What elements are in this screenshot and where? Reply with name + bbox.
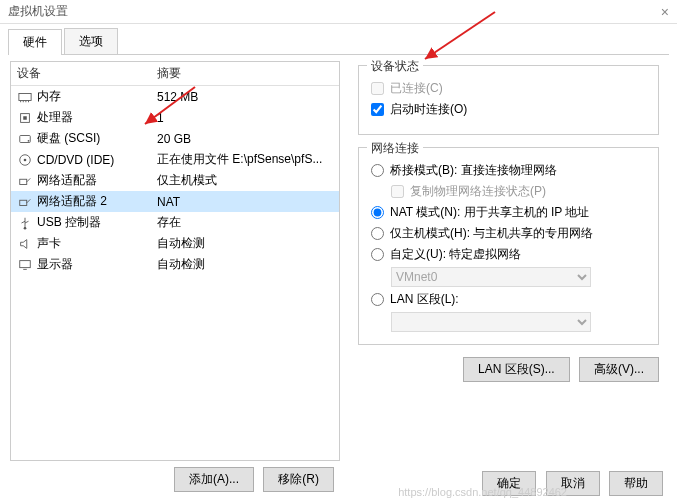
device-row[interactable]: 声卡自动检测 xyxy=(11,233,339,254)
tab-strip: 硬件 选项 xyxy=(8,28,669,55)
help-button[interactable]: 帮助 xyxy=(609,471,663,496)
device-name: 硬盘 (SCSI) xyxy=(37,130,157,147)
device-summary: 仅主机模式 xyxy=(157,172,333,189)
device-summary: NAT xyxy=(157,195,333,209)
chk-power-on[interactable]: 启动时连接(O) xyxy=(371,101,646,118)
device-row[interactable]: 内存512 MB xyxy=(11,86,339,107)
rad-nat-input[interactable] xyxy=(371,206,384,219)
device-row[interactable]: 处理器1 xyxy=(11,107,339,128)
device-name: 网络适配器 2 xyxy=(37,193,157,210)
svg-rect-11 xyxy=(20,179,27,184)
device-row[interactable]: 网络适配器仅主机模式 xyxy=(11,170,339,191)
group-network: 网络连接 桥接模式(B): 直接连接物理网络 复制物理网络连接状态(P) NAT… xyxy=(358,147,659,345)
network-title: 网络连接 xyxy=(367,140,423,157)
rad-bridged-input[interactable] xyxy=(371,164,384,177)
display-icon xyxy=(17,257,33,272)
device-row[interactable]: 硬盘 (SCSI)20 GB xyxy=(11,128,339,149)
remove-button[interactable]: 移除(R) xyxy=(263,467,334,492)
rad-nat[interactable]: NAT 模式(N): 用于共享主机的 IP 地址 xyxy=(371,204,646,221)
tab-hardware[interactable]: 硬件 xyxy=(8,29,62,55)
chk-connected-input xyxy=(371,82,384,95)
add-button[interactable]: 添加(A)... xyxy=(174,467,254,492)
cpu-icon xyxy=(17,110,33,125)
rad-bridged[interactable]: 桥接模式(B): 直接连接物理网络 xyxy=(371,162,646,179)
svg-rect-14 xyxy=(20,261,31,268)
svg-point-10 xyxy=(24,159,27,162)
device-name: 处理器 xyxy=(37,109,157,126)
device-summary: 正在使用文件 E:\pfSense\pfS... xyxy=(157,151,333,168)
device-name: CD/DVD (IDE) xyxy=(37,153,157,167)
net-icon xyxy=(17,173,33,188)
ok-button[interactable]: 确定 xyxy=(482,471,536,496)
svg-point-8 xyxy=(28,140,30,142)
device-name: 内存 xyxy=(37,88,157,105)
device-row[interactable]: 网络适配器 2NAT xyxy=(11,191,339,212)
device-summary: 自动检测 xyxy=(157,235,333,252)
window-title: 虚拟机设置 xyxy=(8,3,68,20)
chk-replicate-input xyxy=(391,185,404,198)
device-row[interactable]: 显示器自动检测 xyxy=(11,254,339,275)
device-row[interactable]: USB 控制器存在 xyxy=(11,212,339,233)
rad-lan-input[interactable] xyxy=(371,293,384,306)
list-header: 设备 摘要 xyxy=(11,62,339,86)
rad-hostonly[interactable]: 仅主机模式(H): 与主机共享的专用网络 xyxy=(371,225,646,242)
col-summary: 摘要 xyxy=(157,65,181,82)
svg-rect-12 xyxy=(20,200,27,205)
device-summary: 存在 xyxy=(157,214,333,231)
usb-icon xyxy=(17,215,33,230)
device-name: 显示器 xyxy=(37,256,157,273)
close-icon[interactable]: × xyxy=(661,4,669,20)
device-name: 声卡 xyxy=(37,235,157,252)
select-vmnet: VMnet0 xyxy=(391,267,591,287)
device-row[interactable]: CD/DVD (IDE)正在使用文件 E:\pfSense\pfS... xyxy=(11,149,339,170)
memory-icon xyxy=(17,89,33,104)
chk-power-on-input[interactable] xyxy=(371,103,384,116)
cd-icon xyxy=(17,152,33,167)
status-title: 设备状态 xyxy=(367,58,423,75)
svg-rect-6 xyxy=(23,116,27,120)
sound-icon xyxy=(17,236,33,251)
rad-custom-input[interactable] xyxy=(371,248,384,261)
disk-icon xyxy=(17,131,33,146)
rad-custom[interactable]: 自定义(U): 特定虚拟网络 xyxy=(371,246,646,263)
net-icon xyxy=(17,194,33,209)
device-summary: 1 xyxy=(157,111,333,125)
group-status: 设备状态 已连接(C) 启动时连接(O) xyxy=(358,65,659,135)
device-summary: 20 GB xyxy=(157,132,333,146)
device-name: 网络适配器 xyxy=(37,172,157,189)
cancel-button[interactable]: 取消 xyxy=(546,471,600,496)
chk-replicate: 复制物理网络连接状态(P) xyxy=(391,183,646,200)
select-lan xyxy=(391,312,591,332)
rad-lan[interactable]: LAN 区段(L): xyxy=(371,291,646,308)
title-bar: 虚拟机设置 × xyxy=(0,0,677,24)
device-summary: 自动检测 xyxy=(157,256,333,273)
lan-segments-button[interactable]: LAN 区段(S)... xyxy=(463,357,570,382)
device-list[interactable]: 内存512 MB处理器1硬盘 (SCSI)20 GBCD/DVD (IDE)正在… xyxy=(11,86,339,460)
device-panel: 设备 摘要 内存512 MB处理器1硬盘 (SCSI)20 GBCD/DVD (… xyxy=(10,61,340,461)
tab-options[interactable]: 选项 xyxy=(64,28,118,54)
svg-point-13 xyxy=(24,227,27,230)
rad-hostonly-input[interactable] xyxy=(371,227,384,240)
device-summary: 512 MB xyxy=(157,90,333,104)
advanced-button[interactable]: 高级(V)... xyxy=(579,357,659,382)
chk-connected: 已连接(C) xyxy=(371,80,646,97)
col-device: 设备 xyxy=(17,65,157,82)
svg-rect-0 xyxy=(19,93,31,100)
device-name: USB 控制器 xyxy=(37,214,157,231)
